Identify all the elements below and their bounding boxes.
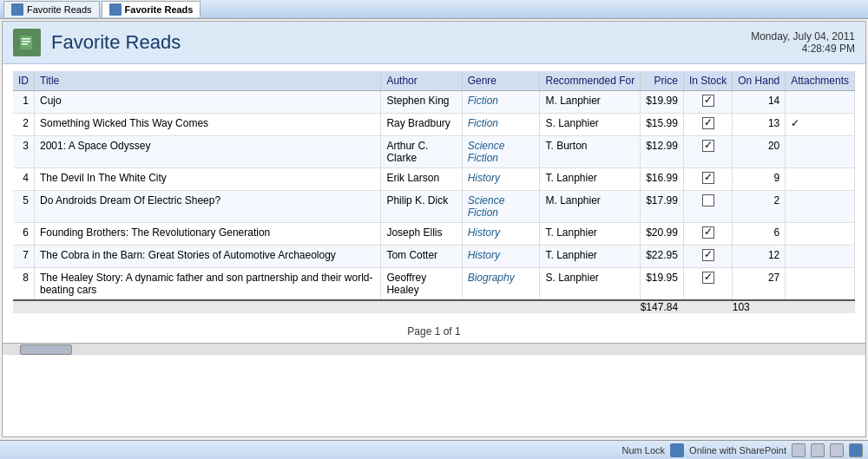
cell-attachments (786, 168, 855, 191)
cell-author: Arthur C. Clarke (381, 136, 462, 168)
report-title: Favorite Reads (51, 31, 751, 54)
report-icon (13, 29, 41, 56)
table-row: 8 The Healey Story: A dynamic father and… (13, 268, 855, 301)
table-header-row: ID Title Author Genre Recommended For Pr… (13, 71, 855, 91)
cell-onhand: 20 (733, 136, 786, 168)
tab-icon-inactive (11, 3, 23, 16)
checkbox-checked (702, 95, 714, 107)
cell-instock (683, 191, 732, 223)
report-table: ID Title Author Genre Recommended For Pr… (13, 71, 855, 313)
cell-instock (683, 136, 732, 168)
report-header: Favorite Reads Monday, July 04, 2011 4:2… (3, 22, 865, 64)
cell-id: 2 (13, 114, 35, 136)
cell-author: Joseph Ellis (381, 223, 462, 246)
cell-price: $17.99 (641, 191, 684, 223)
cell-genre: History (462, 223, 540, 246)
cell-instock (683, 91, 732, 114)
col-recommended: Recommended For (540, 71, 641, 91)
cell-price: $20.99 (641, 223, 684, 246)
checkbox-checked (702, 172, 714, 184)
col-price: Price (641, 71, 684, 91)
cell-recommended: T. Lanphier (540, 246, 641, 268)
cell-id: 5 (13, 191, 35, 223)
tab-inactive-label: Favorite Reads (27, 4, 92, 15)
cell-title: Do Androids Dream Of Electric Sheep? (35, 191, 381, 223)
table-row: 1 Cujo Stephen King Fiction M. Lanphier … (13, 91, 855, 114)
table-row: 4 The Devil In The White City Erik Larso… (13, 168, 855, 191)
cell-recommended: M. Lanphier (540, 191, 641, 223)
col-attachments: Attachments (786, 71, 855, 91)
cell-instock (683, 246, 732, 268)
table-row: 2 Something Wicked This Way Comes Ray Br… (13, 114, 855, 136)
cell-onhand: 27 (733, 268, 786, 301)
cell-onhand: 9 (733, 168, 786, 191)
total-onhand: 103 (733, 300, 786, 313)
cell-recommended: M. Lanphier (540, 91, 641, 114)
svg-rect-3 (22, 43, 28, 45)
col-onhand: On Hand (733, 71, 786, 91)
cell-id: 4 (13, 168, 35, 191)
cell-genre: Science Fiction (462, 191, 540, 223)
cell-id: 3 (13, 136, 35, 168)
cell-recommended: T. Lanphier (540, 223, 641, 246)
cell-attachments (786, 223, 855, 246)
horizontal-scrollbar[interactable] (3, 343, 865, 355)
cell-author: Stephen King (381, 91, 462, 114)
cell-title: The Cobra in the Barn: Great Stories of … (35, 246, 381, 268)
cell-author: Erik Larson (381, 168, 462, 191)
cell-genre: Fiction (462, 114, 540, 136)
table-row: 6 Founding Brothers: The Revolutionary G… (13, 223, 855, 246)
totals-attach-spacer (786, 300, 855, 313)
checkbox-checked (702, 249, 714, 261)
cell-attachments (786, 246, 855, 268)
checkbox-checked (702, 226, 714, 239)
cell-title: 2001: A Space Odyssey (35, 136, 381, 168)
cell-onhand: 2 (733, 191, 786, 223)
tab-active-label: Favorite Reads (125, 4, 194, 15)
col-id: ID (13, 71, 35, 91)
cell-author: Tom Cotter (381, 246, 462, 268)
cell-attachments (786, 91, 855, 114)
cell-instock (683, 168, 732, 191)
svg-rect-2 (22, 41, 30, 43)
report-date: Monday, July 04, 2011 4:28:49 PM (751, 30, 855, 55)
cell-id: 6 (13, 223, 35, 246)
cell-attachments: ✓ (786, 114, 855, 136)
col-instock: In Stock (683, 71, 732, 91)
checkbox-checked (702, 140, 714, 152)
scrollbar-thumb[interactable] (20, 344, 72, 355)
svg-rect-0 (20, 36, 32, 49)
cell-onhand: 12 (733, 246, 786, 268)
table-body: 1 Cujo Stephen King Fiction M. Lanphier … (13, 91, 855, 301)
cell-instock (683, 223, 732, 246)
cell-id: 1 (13, 91, 35, 114)
cell-recommended: T. Lanphier (540, 168, 641, 191)
col-genre: Genre (462, 71, 540, 91)
svg-rect-1 (22, 38, 30, 40)
tab-active[interactable]: Favorite Reads (102, 1, 201, 17)
cell-instock (683, 114, 732, 136)
checkbox-unchecked (702, 194, 714, 207)
page-footer: Page 1 of 1 (3, 320, 865, 343)
cell-attachments (786, 268, 855, 301)
cell-genre: History (462, 168, 540, 191)
cell-title: Cujo (35, 91, 381, 114)
cell-price: $16.99 (641, 168, 684, 191)
col-author: Author (381, 71, 462, 91)
page-label: Page 1 of 1 (407, 325, 460, 338)
cell-attachments (786, 136, 855, 168)
cell-onhand: 14 (733, 91, 786, 114)
cell-attachments (786, 191, 855, 223)
table-row: 3 2001: A Space Odyssey Arthur C. Clarke… (13, 136, 855, 168)
report-table-wrapper: ID Title Author Genre Recommended For Pr… (3, 64, 865, 320)
cell-title: Founding Brothers: The Revolutionary Gen… (35, 223, 381, 246)
cell-price: $12.99 (641, 136, 684, 168)
cell-author: Philip K. Dick (381, 191, 462, 223)
cell-author: Geoffrey Healey (381, 268, 462, 301)
tab-inactive[interactable]: Favorite Reads (3, 1, 100, 17)
checkbox-checked (702, 117, 714, 129)
cell-recommended: S. Lanphier (540, 114, 641, 136)
cell-title: The Devil In The White City (35, 168, 381, 191)
cell-price: $22.95 (641, 246, 684, 268)
tab-icon-active (109, 3, 122, 16)
